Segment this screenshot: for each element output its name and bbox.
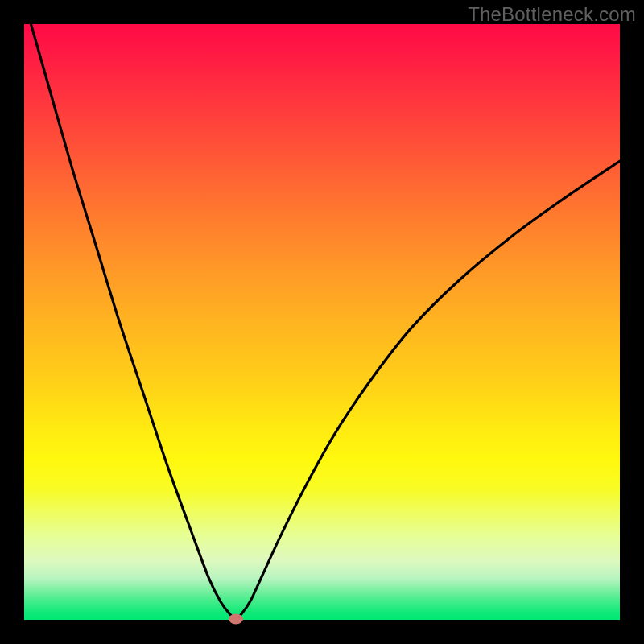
plot-area <box>24 24 620 620</box>
bottleneck-curve <box>24 24 620 619</box>
watermark-text: TheBottleneck.com <box>468 3 636 26</box>
chart-container: TheBottleneck.com <box>0 0 644 644</box>
optimal-point-marker <box>229 613 243 624</box>
curve-layer <box>24 24 620 620</box>
